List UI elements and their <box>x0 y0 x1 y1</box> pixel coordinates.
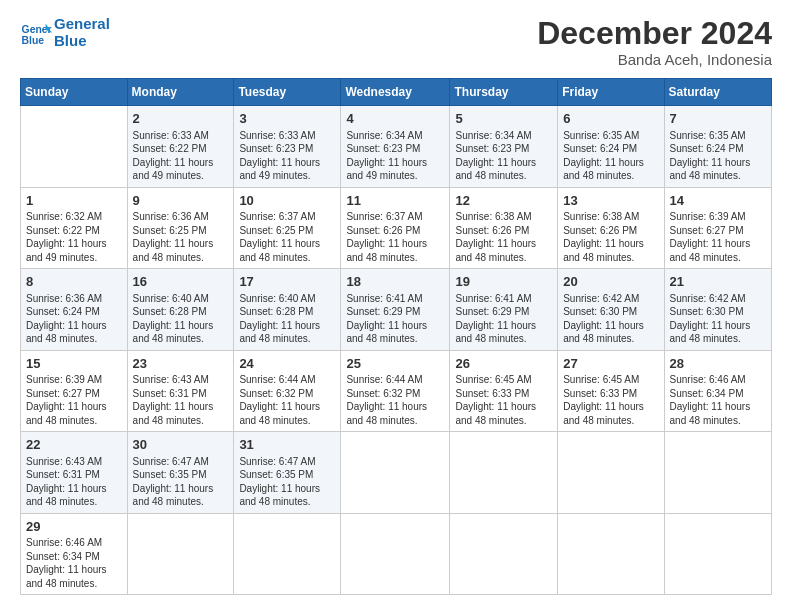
daylight-line: Daylight: 11 hours and 48 minutes. <box>455 401 536 426</box>
day-number: 18 <box>346 273 444 291</box>
daylight-line: Daylight: 11 hours and 48 minutes. <box>455 320 536 345</box>
daylight-line: Daylight: 11 hours and 48 minutes. <box>239 238 320 263</box>
day-cell: 8Sunrise: 6:36 AMSunset: 6:24 PMDaylight… <box>21 269 128 351</box>
sunrise-line: Sunrise: 6:44 AM <box>239 374 315 385</box>
day-cell: 15Sunrise: 6:39 AMSunset: 6:27 PMDayligh… <box>21 350 128 432</box>
week-row-5: 29Sunrise: 6:46 AMSunset: 6:34 PMDayligh… <box>21 513 772 595</box>
daylight-line: Daylight: 11 hours and 49 minutes. <box>239 157 320 182</box>
sunset-line: Sunset: 6:23 PM <box>346 143 420 154</box>
sunset-line: Sunset: 6:27 PM <box>26 388 100 399</box>
day-number: 15 <box>26 355 122 373</box>
sunrise-line: Sunrise: 6:47 AM <box>239 456 315 467</box>
day-cell: 21Sunrise: 6:42 AMSunset: 6:30 PMDayligh… <box>664 269 771 351</box>
sunrise-line: Sunrise: 6:45 AM <box>455 374 531 385</box>
sunrise-line: Sunrise: 6:43 AM <box>26 456 102 467</box>
sunrise-line: Sunrise: 6:40 AM <box>239 293 315 304</box>
daylight-line: Daylight: 11 hours and 48 minutes. <box>133 483 214 508</box>
day-cell: 12Sunrise: 6:38 AMSunset: 6:26 PMDayligh… <box>450 187 558 269</box>
day-cell: 25Sunrise: 6:44 AMSunset: 6:32 PMDayligh… <box>341 350 450 432</box>
sunset-line: Sunset: 6:32 PM <box>239 388 313 399</box>
calendar-table: SundayMondayTuesdayWednesdayThursdayFrid… <box>20 78 772 595</box>
day-cell: 13Sunrise: 6:38 AMSunset: 6:26 PMDayligh… <box>558 187 664 269</box>
sunrise-line: Sunrise: 6:32 AM <box>26 211 102 222</box>
day-number: 28 <box>670 355 766 373</box>
sunrise-line: Sunrise: 6:34 AM <box>346 130 422 141</box>
sunset-line: Sunset: 6:29 PM <box>455 306 529 317</box>
day-number: 24 <box>239 355 335 373</box>
sunrise-line: Sunrise: 6:37 AM <box>346 211 422 222</box>
page: General Blue General Blue December 2024 … <box>0 0 792 612</box>
day-number: 27 <box>563 355 658 373</box>
day-number: 23 <box>133 355 229 373</box>
day-cell: 5Sunrise: 6:34 AMSunset: 6:23 PMDaylight… <box>450 106 558 188</box>
day-number: 17 <box>239 273 335 291</box>
day-cell: 3Sunrise: 6:33 AMSunset: 6:23 PMDaylight… <box>234 106 341 188</box>
week-row-2: 8Sunrise: 6:36 AMSunset: 6:24 PMDaylight… <box>21 269 772 351</box>
daylight-line: Daylight: 11 hours and 48 minutes. <box>239 401 320 426</box>
day-cell <box>341 513 450 595</box>
sunset-line: Sunset: 6:24 PM <box>670 143 744 154</box>
day-cell: 4Sunrise: 6:34 AMSunset: 6:23 PMDaylight… <box>341 106 450 188</box>
day-cell: 16Sunrise: 6:40 AMSunset: 6:28 PMDayligh… <box>127 269 234 351</box>
sunset-line: Sunset: 6:35 PM <box>239 469 313 480</box>
daylight-line: Daylight: 11 hours and 49 minutes. <box>26 238 107 263</box>
day-number: 12 <box>455 192 552 210</box>
sunrise-line: Sunrise: 6:46 AM <box>26 537 102 548</box>
col-header-thursday: Thursday <box>450 79 558 106</box>
day-number: 11 <box>346 192 444 210</box>
day-cell: 2Sunrise: 6:33 AMSunset: 6:22 PMDaylight… <box>127 106 234 188</box>
sunrise-line: Sunrise: 6:35 AM <box>563 130 639 141</box>
daylight-line: Daylight: 11 hours and 48 minutes. <box>455 157 536 182</box>
day-number: 26 <box>455 355 552 373</box>
day-number: 14 <box>670 192 766 210</box>
day-cell: 10Sunrise: 6:37 AMSunset: 6:25 PMDayligh… <box>234 187 341 269</box>
col-header-friday: Friday <box>558 79 664 106</box>
location-title: Banda Aceh, Indonesia <box>537 51 772 68</box>
sunset-line: Sunset: 6:33 PM <box>563 388 637 399</box>
daylight-line: Daylight: 11 hours and 48 minutes. <box>133 320 214 345</box>
day-cell <box>664 432 771 514</box>
daylight-line: Daylight: 11 hours and 48 minutes. <box>455 238 536 263</box>
week-row-0: 2Sunrise: 6:33 AMSunset: 6:22 PMDaylight… <box>21 106 772 188</box>
daylight-line: Daylight: 11 hours and 48 minutes. <box>26 564 107 589</box>
sunset-line: Sunset: 6:30 PM <box>670 306 744 317</box>
sunset-line: Sunset: 6:32 PM <box>346 388 420 399</box>
sunset-line: Sunset: 6:30 PM <box>563 306 637 317</box>
sunrise-line: Sunrise: 6:42 AM <box>563 293 639 304</box>
day-number: 25 <box>346 355 444 373</box>
day-cell: 6Sunrise: 6:35 AMSunset: 6:24 PMDaylight… <box>558 106 664 188</box>
sunset-line: Sunset: 6:25 PM <box>133 225 207 236</box>
daylight-line: Daylight: 11 hours and 48 minutes. <box>133 238 214 263</box>
sunset-line: Sunset: 6:24 PM <box>26 306 100 317</box>
sunset-line: Sunset: 6:34 PM <box>670 388 744 399</box>
sunrise-line: Sunrise: 6:44 AM <box>346 374 422 385</box>
sunset-line: Sunset: 6:26 PM <box>563 225 637 236</box>
sunrise-line: Sunrise: 6:33 AM <box>133 130 209 141</box>
sunrise-line: Sunrise: 6:47 AM <box>133 456 209 467</box>
sunset-line: Sunset: 6:28 PM <box>239 306 313 317</box>
week-row-1: 1Sunrise: 6:32 AMSunset: 6:22 PMDaylight… <box>21 187 772 269</box>
sunset-line: Sunset: 6:22 PM <box>26 225 100 236</box>
logo: General Blue General Blue <box>20 16 110 49</box>
daylight-line: Daylight: 11 hours and 48 minutes. <box>670 401 751 426</box>
sunset-line: Sunset: 6:26 PM <box>346 225 420 236</box>
day-cell <box>558 432 664 514</box>
day-cell: 7Sunrise: 6:35 AMSunset: 6:24 PMDaylight… <box>664 106 771 188</box>
sunset-line: Sunset: 6:27 PM <box>670 225 744 236</box>
sunrise-line: Sunrise: 6:34 AM <box>455 130 531 141</box>
day-number: 1 <box>26 192 122 210</box>
sunrise-line: Sunrise: 6:46 AM <box>670 374 746 385</box>
day-number: 3 <box>239 110 335 128</box>
day-cell: 18Sunrise: 6:41 AMSunset: 6:29 PMDayligh… <box>341 269 450 351</box>
day-cell: 31Sunrise: 6:47 AMSunset: 6:35 PMDayligh… <box>234 432 341 514</box>
day-number: 21 <box>670 273 766 291</box>
sunrise-line: Sunrise: 6:38 AM <box>455 211 531 222</box>
sunset-line: Sunset: 6:25 PM <box>239 225 313 236</box>
day-cell <box>558 513 664 595</box>
daylight-line: Daylight: 11 hours and 48 minutes. <box>563 238 644 263</box>
daylight-line: Daylight: 11 hours and 48 minutes. <box>670 157 751 182</box>
daylight-line: Daylight: 11 hours and 48 minutes. <box>670 238 751 263</box>
title-block: December 2024 Banda Aceh, Indonesia <box>537 16 772 68</box>
col-header-saturday: Saturday <box>664 79 771 106</box>
sunrise-line: Sunrise: 6:40 AM <box>133 293 209 304</box>
